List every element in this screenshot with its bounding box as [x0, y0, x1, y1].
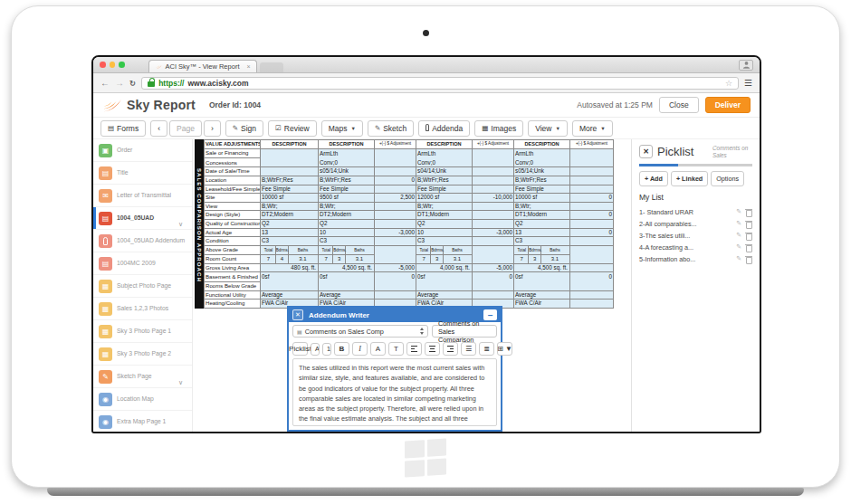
- description-cell[interactable]: ArmLthConv;0: [514, 149, 570, 167]
- description-cell[interactable]: Q2: [416, 219, 473, 228]
- description-cell[interactable]: DT1;Modern: [416, 211, 473, 220]
- edit-pencil-icon[interactable]: ✎: [736, 220, 741, 227]
- close-window-button[interactable]: [100, 62, 106, 68]
- description-cell[interactable]: B;WtrFr;Res: [319, 176, 375, 185]
- adjustment-cell[interactable]: 0: [375, 176, 416, 185]
- images-button[interactable]: ▦Images: [474, 120, 523, 137]
- adjustment-cell[interactable]: 0: [570, 272, 614, 290]
- forward-button[interactable]: →: [115, 79, 124, 88]
- description-cell[interactable]: B;WtrFr;Res: [514, 176, 570, 185]
- description-cell[interactable]: Average: [261, 290, 319, 300]
- picklist-item[interactable]: 1- Standard URAR✎: [639, 206, 752, 218]
- more-dropdown-button[interactable]: More▼: [572, 120, 613, 137]
- adjustment-cell[interactable]: [473, 185, 514, 194]
- adjustment-cell[interactable]: [473, 176, 514, 185]
- font-color-button[interactable]: A: [370, 342, 386, 356]
- adjustment-cell[interactable]: [570, 300, 614, 309]
- comment-title-input[interactable]: Comments on Sales Comparison: [432, 325, 497, 338]
- sidebar-item-extra-map-page-1[interactable]: ◉Extra Map Page 1: [93, 411, 192, 432]
- adjustment-cell[interactable]: [375, 185, 416, 194]
- forms-button[interactable]: ▤Forms: [100, 120, 146, 137]
- description-cell[interactable]: 13: [514, 228, 570, 237]
- tab-close-icon[interactable]: ×: [246, 63, 250, 70]
- ordered-list-button[interactable]: ≣: [479, 342, 494, 356]
- description-cell[interactable]: Fee Simple: [261, 185, 319, 194]
- profile-button[interactable]: [739, 60, 753, 71]
- adjustment-cell[interactable]: 0: [473, 272, 514, 290]
- adjustment-cell[interactable]: [473, 245, 514, 263]
- sidebar-item-1004-05uad-addendum[interactable]: 1004_05UAD Addendum: [93, 230, 192, 252]
- description-cell[interactable]: Fee Simple: [319, 185, 375, 194]
- font-size-select[interactable]: 10 pt: [322, 343, 331, 356]
- description-cell[interactable]: 12000 sf: [416, 194, 473, 203]
- description-cell[interactable]: s05/14;Unk: [319, 167, 375, 176]
- sidebar-item-sketch-page[interactable]: ✎Sketch Page∨: [93, 366, 192, 388]
- picklist-item[interactable]: 2-All comparables...✎: [639, 218, 752, 230]
- picklist-item[interactable]: 4-A forecasting a...✎: [639, 242, 752, 253]
- sidebar-item-letter-of-transmittal[interactable]: ✉Letter of Transmittal: [93, 185, 192, 207]
- sidebar-item-1004-05uad[interactable]: ▤1004_05UAD∨: [93, 207, 192, 230]
- comment-section-select[interactable]: ▤ Comments on Sales Comp: [292, 325, 428, 338]
- description-cell[interactable]: Average: [514, 290, 570, 300]
- unordered-list-button[interactable]: ☰: [461, 342, 476, 356]
- review-button[interactable]: ☑Review: [268, 120, 317, 137]
- sidebar-item-location-map[interactable]: ◉Location Map: [93, 388, 192, 411]
- align-center-button[interactable]: [425, 342, 440, 356]
- adjustment-cell[interactable]: [375, 290, 416, 300]
- addenda-button[interactable]: Addenda: [418, 120, 470, 137]
- adjustment-cell[interactable]: [375, 245, 416, 263]
- description-cell[interactable]: s05/14;Unk: [514, 167, 570, 176]
- adjustment-cell[interactable]: [570, 263, 614, 272]
- sidebar-item-subject-photo-page[interactable]: ▦Subject Photo Page: [93, 275, 192, 298]
- zoom-window-button[interactable]: [119, 62, 125, 68]
- align-right-button[interactable]: [443, 342, 458, 356]
- sidebar-item-order[interactable]: ▣Order: [93, 139, 192, 162]
- view-dropdown-button[interactable]: View▼: [528, 120, 568, 137]
- adjustment-cell[interactable]: 0: [570, 228, 614, 237]
- adjustment-cell[interactable]: [473, 219, 514, 228]
- description-cell[interactable]: C3: [514, 237, 570, 246]
- description-cell[interactable]: DT2;Modern: [319, 211, 375, 220]
- description-cell[interactable]: 10: [416, 228, 473, 237]
- description-cell[interactable]: C3: [416, 237, 473, 246]
- description-cell[interactable]: 9500 sf: [319, 194, 375, 203]
- description-cell[interactable]: 0sf: [416, 272, 473, 290]
- description-cell[interactable]: TotalBdrms.Baths: [514, 245, 570, 254]
- sidebar-item-1004mc-2009[interactable]: ▤1004MC 2009: [93, 252, 192, 275]
- adjustment-cell[interactable]: [375, 219, 416, 228]
- browser-tab[interactable]: ACI Sky™ - View Report ×: [148, 60, 257, 72]
- options-button[interactable]: Options: [711, 171, 744, 186]
- description-cell[interactable]: 743.1: [261, 254, 319, 263]
- description-cell[interactable]: Average: [319, 290, 375, 300]
- adjustment-cell[interactable]: -5,000: [473, 263, 514, 272]
- adjustment-cell[interactable]: -3,000: [375, 228, 416, 237]
- description-cell[interactable]: Average: [416, 290, 473, 300]
- description-cell[interactable]: [261, 167, 319, 176]
- adjustment-cell[interactable]: [570, 245, 614, 263]
- description-cell[interactable]: TotalBdrms.Baths: [416, 245, 473, 254]
- url-input[interactable]: https://www.acisky.com ☆: [141, 77, 739, 90]
- description-cell[interactable]: FWA C/Air: [514, 300, 570, 309]
- adjustment-cell[interactable]: [570, 149, 614, 167]
- description-cell[interactable]: B;Wtr;: [261, 202, 319, 211]
- delete-trash-icon[interactable]: [745, 232, 752, 240]
- font-family-select[interactable]: Arial: [311, 343, 320, 356]
- add-item-button[interactable]: + Add: [639, 171, 668, 186]
- adjustment-cell[interactable]: 0: [375, 272, 416, 290]
- description-cell[interactable]: 4,500 sq. ft.: [319, 263, 375, 272]
- adjustment-cell[interactable]: [473, 149, 514, 167]
- clear-format-button[interactable]: T: [388, 342, 404, 356]
- description-cell[interactable]: 10000 sf: [514, 194, 570, 203]
- bookmark-star-icon[interactable]: ☆: [725, 79, 732, 88]
- delete-trash-icon[interactable]: [745, 255, 752, 263]
- chevron-down-icon[interactable]: ∨: [178, 379, 183, 386]
- description-cell[interactable]: 480 sq. ft.: [261, 263, 319, 272]
- sidebar-item-sky-3-photo-page-2[interactable]: ▦Sky 3 Photo Page 2: [93, 343, 192, 366]
- previous-page-button[interactable]: ‹: [150, 120, 167, 137]
- description-cell[interactable]: 733.1: [514, 254, 570, 263]
- description-cell[interactable]: B;Wtr;: [514, 202, 570, 211]
- description-cell[interactable]: 13: [261, 228, 319, 237]
- table-grid-button[interactable]: ⊞▼: [497, 342, 512, 356]
- description-cell[interactable]: 4,500 sq. ft.: [514, 263, 570, 272]
- adjustment-cell[interactable]: [570, 167, 614, 176]
